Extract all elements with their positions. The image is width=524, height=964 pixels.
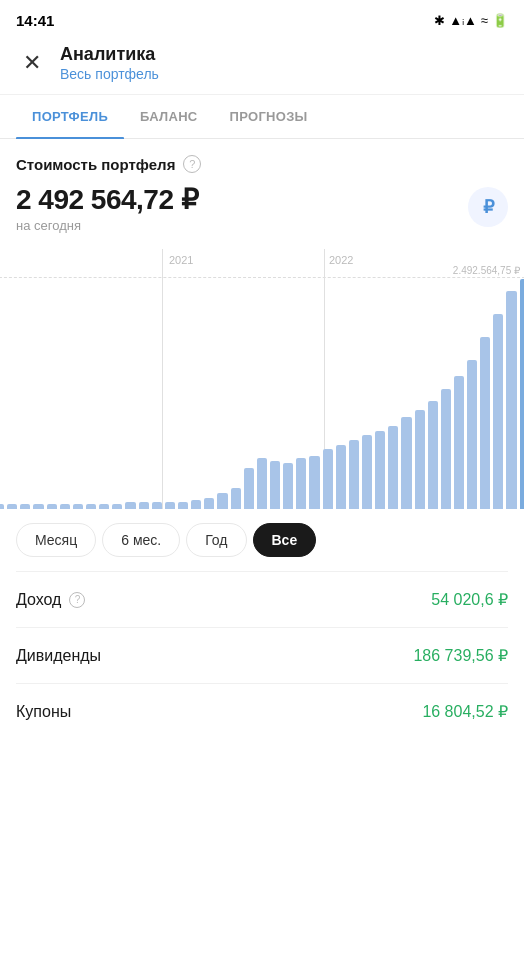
battery-icon: 🔋: [492, 13, 508, 28]
stat-income: Доход ? 54 020,6 ₽: [16, 572, 508, 628]
stat-dividends-value: 186 739,56 ₽: [413, 646, 508, 665]
chart-bar: [86, 504, 96, 509]
chart-bars: [0, 279, 524, 509]
chart-bar: [415, 410, 425, 509]
chart-container: 2021 2022 2.492.564,75 ₽: [0, 249, 524, 509]
period-all[interactable]: Все: [253, 523, 317, 557]
stat-income-help[interactable]: ?: [69, 592, 85, 608]
status-icons: ✱ ▲ᵢ▲ ≈ 🔋: [434, 13, 508, 28]
close-button[interactable]: ✕: [16, 47, 48, 79]
stat-dividends: Дивиденды 186 739,56 ₽: [16, 628, 508, 684]
chart-bar: [428, 401, 438, 509]
chart-bar: [0, 504, 4, 509]
period-month[interactable]: Месяц: [16, 523, 96, 557]
stat-dividends-name: Дивиденды: [16, 647, 101, 665]
chart-bar: [217, 493, 227, 509]
chart-bar: [283, 463, 293, 509]
currency-badge[interactable]: ₽: [468, 187, 508, 227]
chart-bar: [401, 417, 411, 509]
chart-bar: [112, 504, 122, 509]
tabs: ПОРТФЕЛЬ БАЛАНС ПРОГНОЗЫ: [0, 95, 524, 139]
period-year[interactable]: Год: [186, 523, 246, 557]
period-6months[interactable]: 6 мес.: [102, 523, 180, 557]
chart-bar: [441, 389, 451, 509]
header-title: Аналитика: [60, 44, 159, 65]
chart-bar: [336, 445, 346, 509]
chart-bar: [375, 431, 385, 509]
chart-bar: [493, 314, 503, 510]
chart-bar: [349, 440, 359, 509]
chart-bar: [139, 502, 149, 509]
chart-bar: [480, 337, 490, 510]
status-time: 14:41: [16, 12, 54, 29]
chart-bar: [178, 502, 188, 509]
portfolio-value-left: 2 492 564,72 ₽ на сегодня: [16, 183, 198, 233]
chart-bar: [125, 502, 135, 509]
signal-icon: ▲ᵢ▲: [449, 13, 477, 28]
stat-coupons-value: 16 804,52 ₽: [422, 702, 508, 721]
chart-bar: [99, 504, 109, 509]
chart-bar: [73, 504, 83, 509]
chart-bar: [270, 461, 280, 509]
bluetooth-icon: ✱: [434, 13, 445, 28]
stat-income-name: Доход: [16, 591, 61, 609]
chart-bar: [467, 360, 477, 510]
section-label: Стоимость портфеля ?: [16, 155, 508, 173]
chart-bar: [257, 458, 267, 509]
chart-bar: [152, 502, 162, 509]
tab-forecast[interactable]: ПРОГНОЗЫ: [214, 95, 324, 138]
chart-bar: [309, 456, 319, 509]
chart-bar: [244, 468, 254, 509]
wifi-icon: ≈: [481, 13, 488, 28]
status-bar: 14:41 ✱ ▲ᵢ▲ ≈ 🔋: [0, 0, 524, 36]
header: ✕ Аналитика Весь портфель: [0, 36, 524, 95]
portfolio-date: на сегодня: [16, 218, 198, 233]
chart-bar: [323, 449, 333, 509]
chart-bar: [231, 488, 241, 509]
header-subtitle[interactable]: Весь портфель: [60, 66, 159, 82]
chart-top-value: 2.492.564,75 ₽: [453, 265, 520, 276]
chart-bar: [60, 504, 70, 509]
period-buttons: Месяц 6 мес. Год Все: [0, 509, 524, 571]
stat-income-value: 54 020,6 ₽: [431, 590, 508, 609]
chart-bar: [47, 504, 57, 509]
chart-year-2021: 2021: [169, 254, 193, 266]
stat-coupons-label: Купоны: [16, 703, 71, 721]
header-titles: Аналитика Весь портфель: [60, 44, 159, 82]
chart-bar: [362, 435, 372, 509]
chart-year-2022: 2022: [329, 254, 353, 266]
section-title: Стоимость портфеля: [16, 156, 175, 173]
tab-portfolio[interactable]: ПОРТФЕЛЬ: [16, 95, 124, 138]
stat-income-label: Доход ?: [16, 591, 85, 609]
chart-bar: [296, 458, 306, 509]
stat-coupons: Купоны 16 804,52 ₽: [16, 684, 508, 739]
chart-bar: [388, 426, 398, 509]
chart-bar: [204, 498, 214, 510]
content-area: Стоимость портфеля ? 2 492 564,72 ₽ на с…: [0, 139, 524, 233]
section-help-icon[interactable]: ?: [183, 155, 201, 173]
chart-bar: [33, 504, 43, 509]
stat-coupons-name: Купоны: [16, 703, 71, 721]
stat-dividends-label: Дивиденды: [16, 647, 101, 665]
chart-bar: [7, 504, 17, 509]
chart-dotted-line: [0, 277, 524, 278]
tab-balance[interactable]: БАЛАНС: [124, 95, 213, 138]
chart-bar: [454, 376, 464, 509]
chart-bar: [191, 500, 201, 509]
portfolio-amount: 2 492 564,72 ₽: [16, 183, 198, 216]
chart-bar: [506, 291, 516, 510]
stats-section: Доход ? 54 020,6 ₽ Дивиденды 186 739,56 …: [0, 572, 524, 739]
chart-bar: [20, 504, 30, 509]
portfolio-value-row: 2 492 564,72 ₽ на сегодня ₽: [16, 183, 508, 233]
chart-bar: [165, 502, 175, 509]
chart-bar: [520, 279, 524, 509]
